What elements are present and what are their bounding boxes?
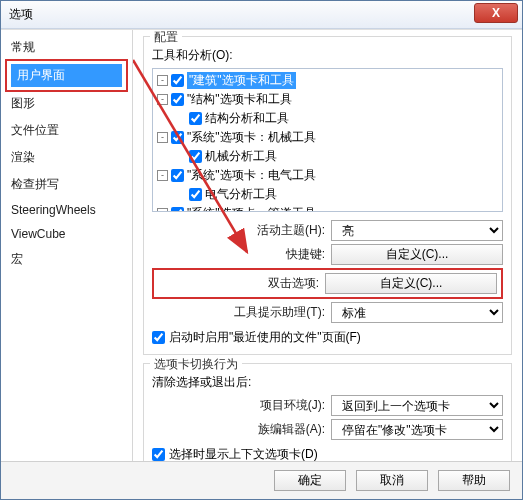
tree-checkbox[interactable] bbox=[171, 74, 184, 87]
sidebar-item-file-locations[interactable]: 文件位置 bbox=[1, 117, 132, 144]
tree-label: "系统"选项卡：管道工具 bbox=[187, 205, 316, 212]
tree-checkbox[interactable] bbox=[189, 150, 202, 163]
tree-checkbox[interactable] bbox=[171, 207, 184, 212]
double-click-customize-button[interactable]: 自定义(C)... bbox=[325, 273, 497, 294]
sidebar-item-steeringwheels[interactable]: SteeringWheels bbox=[1, 198, 132, 222]
tree-checkbox[interactable] bbox=[171, 93, 184, 106]
help-button[interactable]: 帮助 bbox=[438, 470, 510, 491]
sidebar: 常规 用户界面 图形 文件位置 渲染 检查拼写 SteeringWheels V… bbox=[1, 30, 133, 461]
tree-node[interactable]: -"系统"选项卡：电气工具 bbox=[157, 166, 500, 185]
tree-node[interactable]: 电气分析工具 bbox=[157, 185, 500, 204]
expand-icon[interactable]: - bbox=[157, 170, 168, 181]
dialog-body: 常规 用户界面 图形 文件位置 渲染 检查拼写 SteeringWheels V… bbox=[1, 29, 522, 461]
tree-node[interactable]: -"建筑"选项卡和工具 bbox=[157, 71, 500, 90]
expand-icon[interactable]: - bbox=[157, 132, 168, 143]
highlight-user-interface: 用户界面 bbox=[5, 59, 128, 92]
clear-selection-label: 清除选择或退出后: bbox=[152, 374, 503, 391]
dialog-footer: 确定 取消 帮助 bbox=[1, 461, 522, 499]
sidebar-item-user-interface[interactable]: 用户界面 bbox=[11, 64, 122, 87]
family-editor-label: 族编辑器(A): bbox=[221, 421, 325, 438]
tools-analysis-label: 工具和分析(O): bbox=[152, 47, 503, 64]
tree-checkbox[interactable] bbox=[189, 188, 202, 201]
options-dialog: 选项 X 常规 用户界面 图形 文件位置 渲染 检查拼写 SteeringWhe… bbox=[0, 0, 523, 500]
titlebar: 选项 X bbox=[1, 1, 522, 29]
tree-label: "系统"选项卡：机械工具 bbox=[187, 129, 316, 146]
shortcut-customize-button[interactable]: 自定义(C)... bbox=[331, 244, 503, 265]
expand-icon[interactable]: - bbox=[157, 75, 168, 86]
cancel-button[interactable]: 取消 bbox=[356, 470, 428, 491]
sidebar-item-render[interactable]: 渲染 bbox=[1, 144, 132, 171]
window-title: 选项 bbox=[9, 6, 33, 23]
tree-node[interactable]: -"结构"选项卡和工具 bbox=[157, 90, 500, 109]
tree-node[interactable]: -"系统"选项卡：管道工具 bbox=[157, 204, 500, 212]
context-tab-checkbox[interactable] bbox=[152, 448, 165, 461]
main-panel: 配置 工具和分析(O): -"建筑"选项卡和工具-"结构"选项卡和工具结构分析和… bbox=[133, 30, 522, 461]
recent-files-checkbox[interactable] bbox=[152, 331, 165, 344]
double-click-label: 双击选项: bbox=[215, 275, 319, 292]
expand-icon[interactable]: - bbox=[157, 94, 168, 105]
close-icon: X bbox=[492, 6, 500, 20]
double-click-highlight: 双击选项: 自定义(C)... bbox=[152, 268, 503, 299]
sidebar-item-graphics[interactable]: 图形 bbox=[1, 90, 132, 117]
ok-button[interactable]: 确定 bbox=[274, 470, 346, 491]
config-legend: 配置 bbox=[150, 30, 182, 46]
tree-checkbox[interactable] bbox=[189, 112, 202, 125]
tree-node[interactable]: 机械分析工具 bbox=[157, 147, 500, 166]
tree-node[interactable]: 结构分析和工具 bbox=[157, 109, 500, 128]
tree-label: 结构分析和工具 bbox=[205, 110, 289, 127]
project-env-select[interactable]: 返回到上一个选项卡 bbox=[331, 395, 503, 416]
expand-icon[interactable]: - bbox=[157, 208, 168, 212]
context-tab-label: 选择时显示上下文选项卡(D) bbox=[169, 446, 318, 461]
tree-checkbox[interactable] bbox=[171, 131, 184, 144]
tooltip-label: 工具提示助理(T): bbox=[221, 304, 325, 321]
close-button[interactable]: X bbox=[474, 3, 518, 23]
tabswitch-group: 选项卡切换行为 清除选择或退出后: 项目环境(J): 返回到上一个选项卡 族编辑… bbox=[143, 363, 512, 461]
tree-node[interactable]: -"系统"选项卡：机械工具 bbox=[157, 128, 500, 147]
tools-tree[interactable]: -"建筑"选项卡和工具-"结构"选项卡和工具结构分析和工具-"系统"选项卡：机械… bbox=[152, 68, 503, 212]
tree-label: 电气分析工具 bbox=[205, 186, 277, 203]
config-group: 配置 工具和分析(O): -"建筑"选项卡和工具-"结构"选项卡和工具结构分析和… bbox=[143, 36, 512, 355]
tooltip-select[interactable]: 标准 bbox=[331, 302, 503, 323]
family-editor-select[interactable]: 停留在"修改"选项卡 bbox=[331, 419, 503, 440]
tree-label: 机械分析工具 bbox=[205, 148, 277, 165]
active-theme-select[interactable]: 亮 bbox=[331, 220, 503, 241]
project-env-label: 项目环境(J): bbox=[221, 397, 325, 414]
active-theme-label: 活动主题(H): bbox=[221, 222, 325, 239]
sidebar-item-viewcube[interactable]: ViewCube bbox=[1, 222, 132, 246]
tree-checkbox[interactable] bbox=[171, 169, 184, 182]
sidebar-item-macros[interactable]: 宏 bbox=[1, 246, 132, 273]
sidebar-item-general[interactable]: 常规 bbox=[1, 34, 132, 61]
shortcut-label: 快捷键: bbox=[221, 246, 325, 263]
tree-label: "系统"选项卡：电气工具 bbox=[187, 167, 316, 184]
tree-label: "结构"选项卡和工具 bbox=[187, 91, 292, 108]
tabswitch-legend: 选项卡切换行为 bbox=[150, 356, 242, 373]
recent-files-label: 启动时启用"最近使用的文件"页面(F) bbox=[169, 329, 361, 346]
sidebar-item-spellcheck[interactable]: 检查拼写 bbox=[1, 171, 132, 198]
tree-label: "建筑"选项卡和工具 bbox=[187, 72, 296, 89]
